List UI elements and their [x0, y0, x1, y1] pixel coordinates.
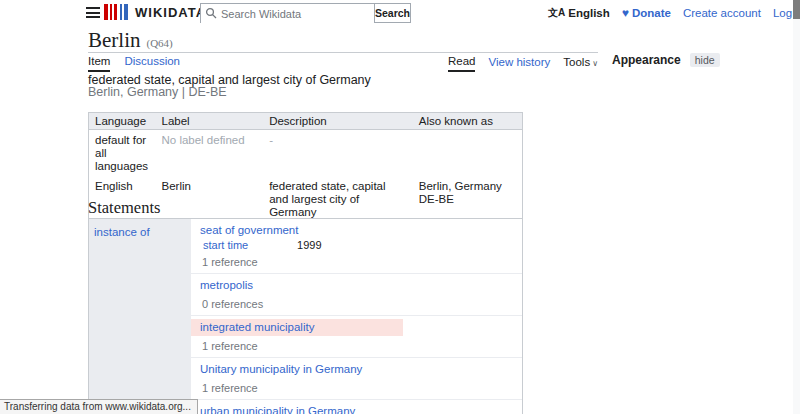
entity-aliases-line: Berlin, Germany | DE-BE: [88, 85, 227, 99]
statement-claim: Unitary municipality in Germany 1 refere…: [191, 357, 522, 399]
tab-view-history[interactable]: View history: [488, 56, 550, 71]
cell-aliases: Berlin, Germany DE-BE: [413, 176, 523, 223]
claim-value: metropolis: [191, 277, 522, 294]
alias-line: DE-BE: [419, 193, 516, 206]
alias-line: Berlin, Germany: [419, 180, 516, 193]
cell-language: default for all languages: [89, 130, 156, 177]
statement-claim: urban municipality in Germany 0 referenc…: [191, 399, 522, 414]
table-row: default for all languages No label defin…: [89, 130, 523, 177]
claim-value-link[interactable]: Unitary municipality in Germany: [200, 363, 362, 375]
cell-label: Berlin: [155, 176, 263, 223]
search-icon: [205, 7, 217, 19]
search-button[interactable]: Search: [374, 3, 411, 23]
donate-label: Donate: [632, 7, 671, 19]
statement-property-cell: instance of: [89, 219, 190, 414]
col-language: Language: [89, 113, 156, 130]
claim-value-link[interactable]: urban municipality in Germany: [200, 405, 355, 414]
hamburger-menu-icon[interactable]: [86, 7, 100, 18]
col-label: Label: [155, 113, 263, 130]
appearance-title: Appearance: [612, 53, 681, 67]
statement-values: seat of government start time 1999 1 ref…: [190, 219, 522, 414]
property-link-instance-of[interactable]: instance of: [94, 226, 150, 238]
cell-label: No label defined: [155, 130, 263, 177]
search-box: [200, 3, 374, 23]
col-also-known-as: Also known as: [413, 113, 523, 130]
top-bar: WIKIDATA Search 文A English ♥ Donate Crea…: [0, 0, 793, 26]
tab-bar: Item Discussion Read View history Tools∨: [88, 55, 598, 70]
search-input[interactable]: [201, 5, 374, 23]
statements-heading: Statements: [88, 198, 160, 218]
qualifier-value: 1999: [297, 239, 321, 251]
logo-text: WIKIDATA: [135, 5, 206, 20]
wikidata-logo[interactable]: WIKIDATA: [104, 4, 206, 20]
title-section: Berlin(Q64): [88, 29, 598, 53]
tab-discussion[interactable]: Discussion: [124, 55, 180, 72]
browser-status-bar: Transferring data from www.wikidata.org.…: [0, 399, 198, 414]
references-toggle[interactable]: 0 references: [191, 298, 522, 311]
claim-qualifier: start time 1999: [191, 239, 522, 252]
claim-value-highlighted: integrated municipality: [191, 319, 403, 336]
search-bar: Search: [200, 3, 411, 23]
tools-label: Tools: [563, 56, 590, 68]
appearance-panel: Appearance hide: [612, 53, 720, 67]
claim-value: Unitary municipality in Germany: [191, 361, 522, 378]
references-toggle[interactable]: 1 reference: [191, 382, 522, 395]
references-toggle[interactable]: 1 reference: [191, 256, 522, 269]
heart-icon: ♥: [622, 6, 629, 20]
page-title: Berlin: [88, 28, 141, 52]
claim-value-link[interactable]: metropolis: [200, 279, 253, 291]
vertical-scrollbar[interactable]: [793, 0, 800, 414]
cell-aliases: [413, 130, 523, 177]
scrollbar-thumb[interactable]: [793, 0, 800, 19]
chevron-down-icon: ∨: [592, 59, 598, 68]
claim-value-link[interactable]: seat of government: [200, 224, 298, 236]
language-selector[interactable]: 文A English: [548, 6, 610, 20]
statement-group: instance of seat of government start tim…: [88, 218, 523, 414]
cell-description: federated state, capital and largest cit…: [263, 176, 413, 223]
cell-description: -: [263, 130, 413, 177]
statement-claim: metropolis 0 references: [191, 273, 522, 315]
claim-value: seat of government: [191, 222, 522, 239]
claim-value: urban municipality in Germany: [191, 403, 522, 414]
tab-read[interactable]: Read: [448, 55, 476, 72]
create-account-link[interactable]: Create account: [683, 7, 761, 19]
references-toggle[interactable]: 1 reference: [191, 340, 522, 353]
appearance-hide-button[interactable]: hide: [690, 53, 720, 67]
language-icon: 文A: [548, 6, 565, 20]
claim-value-link[interactable]: integrated municipality: [200, 321, 314, 333]
language-label: English: [568, 7, 610, 19]
user-links: 文A English ♥ Donate Create account Log i…: [548, 6, 800, 20]
statement-claim: seat of government start time 1999 1 ref…: [191, 219, 522, 273]
col-description: Description: [263, 113, 413, 130]
donate-link[interactable]: ♥ Donate: [622, 6, 671, 20]
entity-id: (Q64): [147, 37, 173, 49]
qualifier-property-link[interactable]: start time: [203, 239, 248, 251]
terms-header-row: Language Label Description Also known as: [89, 113, 523, 130]
tab-item[interactable]: Item: [88, 55, 110, 72]
statement-claim: integrated municipality 1 reference: [191, 315, 522, 357]
tools-menu[interactable]: Tools∨: [563, 56, 598, 71]
wikidata-logo-stripes-icon: [104, 4, 128, 20]
